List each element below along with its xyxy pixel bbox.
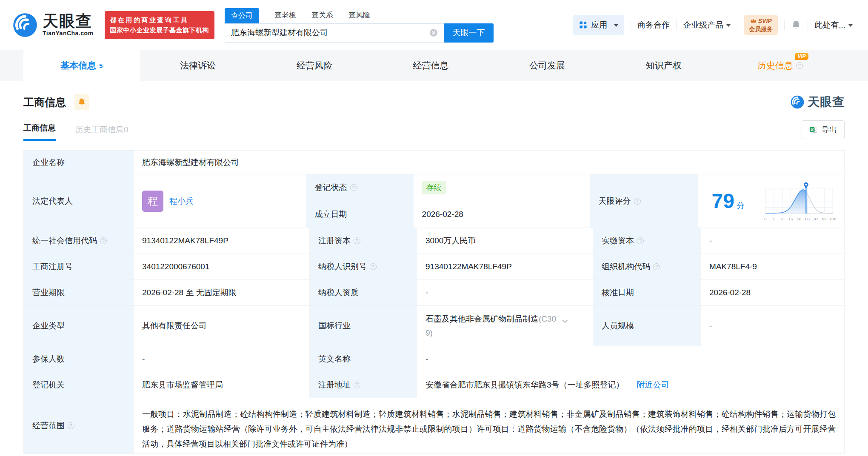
tab-ip[interactable]: 知识产权 [605, 50, 722, 81]
table-row: 营业期限 2026-02-28 至 无固定期限 纳税人资质 - 核准日期 202… [24, 280, 844, 306]
question-icon[interactable]: ? [796, 62, 803, 69]
uscc-label: 统一社会信用代码? [24, 228, 133, 254]
svg-text:1: 1 [773, 217, 775, 221]
question-icon[interactable]: ? [370, 263, 377, 270]
org-code-value: MAK78LF4-9 [700, 254, 844, 279]
question-icon[interactable]: ? [68, 422, 74, 429]
insured-count-label: 参保人数 [24, 346, 133, 372]
business-scope-label: 经营范围? [24, 398, 133, 453]
tab-operation-info[interactable]: 经营信息 [373, 50, 489, 81]
svg-text:100: 100 [829, 217, 836, 221]
svg-text:85: 85 [805, 217, 810, 221]
staff-size-value: - [700, 306, 844, 346]
business-term-label: 营业期限 [24, 280, 133, 305]
question-icon[interactable]: ? [653, 263, 660, 270]
export-button[interactable]: 导出 [802, 120, 845, 139]
subtab-business-info[interactable]: 工商信息 [23, 123, 56, 141]
paid-capital-value: - [700, 228, 844, 254]
staff-size-label: 人员规模 [593, 306, 700, 346]
tianyan-score-label: 天眼评分? [590, 174, 697, 228]
approve-date-label: 核准日期 [593, 280, 700, 305]
search-button[interactable]: 天眼一下 [444, 23, 494, 43]
subtab-history-info[interactable]: 历史工商信息0 [75, 124, 128, 141]
vip-badge: VIP [795, 53, 808, 60]
subtab-history-label: 历史工商信息 [75, 125, 124, 134]
question-icon[interactable]: ? [354, 237, 360, 244]
section-header: 工商信息 天眼查 [23, 94, 845, 110]
establish-date-value: 2026-02-28 [414, 201, 590, 228]
legal-rep-link[interactable]: 程小兵 [169, 196, 194, 207]
company-type-label: 企业类型 [24, 306, 133, 346]
apps-button[interactable]: 应用 [573, 15, 624, 35]
svg-text:3: 3 [781, 217, 783, 221]
legal-rep-label: 法定代表人 [24, 174, 133, 228]
tab-history[interactable]: 历史信息 VIP ? [722, 50, 838, 81]
notification-bell-icon[interactable] [791, 20, 801, 30]
business-info-table: 企业名称 肥东海螺新型建材有限公司 法定代表人 程 程小兵 登记状态? 存续 成… [23, 150, 845, 454]
legal-rep-value: 程 程小兵 [133, 174, 306, 228]
user-menu[interactable]: 此处有... [814, 20, 853, 31]
search-tab-relation[interactable]: 查关系 [311, 10, 333, 23]
english-name-value: - [417, 346, 844, 372]
score-unit: 分 [737, 200, 745, 211]
english-name-label: 英文名称 [309, 346, 417, 372]
tab-development[interactable]: 公司发展 [489, 50, 605, 81]
question-icon[interactable]: ? [634, 198, 641, 205]
brand-logo[interactable]: 天眼查 TianYanCha.com [13, 13, 94, 37]
nav-cooperation[interactable]: 商务合作 [637, 20, 670, 31]
taxpayer-id-value: 91340122MAK78LF49P [417, 254, 593, 279]
nav-enterprise[interactable]: 企业级产品 [683, 20, 731, 31]
approve-date-value: 2026-02-28 [700, 280, 844, 305]
reg-status-value: 存续 [414, 174, 590, 201]
header-nav: 应用 商务合作 企业级产品 SVIP 会员服务 此处有... [573, 15, 853, 35]
company-name-value: 肥东海螺新型建材有限公司 [133, 151, 844, 174]
svip-badge[interactable]: SVIP 会员服务 [744, 15, 778, 35]
svip-label: SVIP [758, 17, 772, 25]
question-icon[interactable]: ? [637, 237, 644, 244]
company-type-value: 其他有限责任公司 [133, 306, 309, 346]
nearby-companies-link[interactable]: 附近公司 [637, 379, 669, 390]
svg-text:97: 97 [814, 217, 818, 221]
company-name-label: 企业名称 [24, 151, 133, 174]
question-icon[interactable]: ? [350, 184, 357, 191]
user-menu-label: 此处有... [814, 20, 845, 31]
paid-capital-label: 实缴资本? [593, 228, 700, 254]
divider [631, 20, 631, 30]
table-row: 工商注册号 340122000676001 纳税人识别号? 91340122MA… [24, 254, 844, 280]
table-subrow: 登记状态? 存续 [306, 174, 590, 201]
svg-text:50: 50 [797, 217, 802, 221]
status-badge: 存续 [422, 181, 446, 194]
promo-line1: 都在用的商业查询工具 [110, 15, 209, 25]
table-row: 参保人数 - 英文名称 - [24, 346, 844, 372]
search-tab-risk[interactable]: 查风险 [348, 10, 370, 23]
reg-address-value: 安徽省合肥市肥东县撮镇镇东华路3号（一址多照登记） 附近公司 [417, 372, 844, 398]
legal-rep-avatar[interactable]: 程 [142, 191, 163, 212]
tab-legal[interactable]: 法律诉讼 [140, 50, 257, 81]
promo-line2: 国家中小企业发展子基金旗下机构 [110, 25, 209, 35]
search-tab-company[interactable]: 查公司 [225, 8, 259, 23]
industry-label: 国标行业 [309, 306, 417, 346]
search-box: 天眼一下 [225, 23, 494, 43]
svip-sublabel: 会员服务 [749, 25, 773, 33]
chevron-down-icon[interactable] [562, 319, 568, 323]
brand-name: 天眼查 [43, 13, 94, 30]
reg-status-establish-group: 登记状态? 存续 成立日期 2026-02-28 [306, 174, 590, 228]
tab-basic-info-count: 5 [99, 62, 103, 69]
tab-basic-info[interactable]: 基本信息 5 [23, 50, 140, 81]
monitor-bell-icon[interactable] [74, 94, 89, 110]
industry-name: 石墨及其他非金属矿物制品制造 [425, 314, 539, 323]
promo-badge[interactable]: 都在用的商业查询工具 国家中小企业发展子基金旗下机构 [105, 11, 215, 39]
tab-operation-risk[interactable]: 经营风险 [256, 50, 373, 81]
taxpayer-id-label: 纳税人识别号? [309, 254, 417, 279]
org-code-label: 组织机构代码? [593, 254, 700, 279]
search-area: 查公司 查老板 查关系 查风险 天眼一下 [225, 8, 494, 43]
registry-authority-value: 肥东县市场监督管理局 [133, 372, 309, 398]
search-tab-boss[interactable]: 查老板 [274, 10, 296, 23]
reg-capital-label: 注册资本? [309, 228, 417, 254]
question-icon[interactable]: ? [354, 382, 360, 388]
crown-icon [750, 18, 757, 23]
search-input[interactable] [225, 23, 444, 43]
clear-icon[interactable] [429, 28, 438, 37]
subtab-row: 工商信息 历史工商信息0 导出 [23, 120, 845, 141]
question-icon[interactable]: ? [100, 237, 107, 244]
